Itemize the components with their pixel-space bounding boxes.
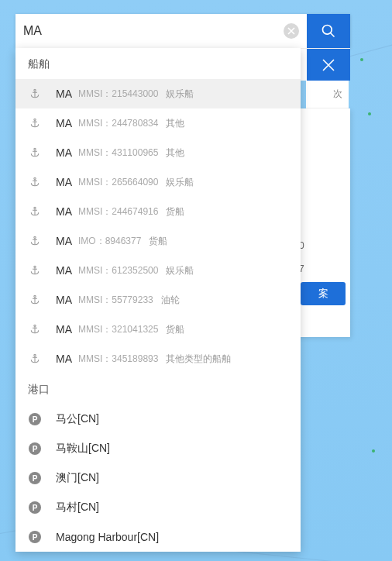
svg-point-2	[34, 89, 36, 91]
ship-icon	[29, 324, 40, 335]
port-result-row[interactable]: P 澳门[CN]	[15, 463, 301, 493]
result-id-label: MMSI：	[78, 146, 112, 160]
result-name: MA	[56, 146, 72, 159]
svg-point-20	[34, 266, 36, 267]
ship-icon	[29, 294, 40, 305]
search-button[interactable]	[307, 14, 350, 48]
ship-icon	[29, 147, 40, 158]
result-type: 其他	[166, 117, 184, 130]
autocomplete-dropdown: 船舶 MA MMSI： 215443000 娱乐船 MA MMSI： 24478…	[15, 48, 301, 552]
ship-icon	[29, 236, 40, 246]
close-icon	[322, 58, 335, 72]
result-port-name: 澳门[CN]	[56, 471, 99, 485]
result-type: 其他	[166, 146, 184, 160]
result-id-number: 8946377	[105, 236, 142, 246]
ship-result-row[interactable]: MA MMSI： 612352500 娱乐船	[15, 256, 301, 285]
port-result-row[interactable]: P Magong Harbour[CN]	[15, 522, 301, 552]
search-row	[15, 14, 350, 48]
search-icon	[321, 23, 336, 39]
ship-result-row[interactable]: MA MMSI： 55779233 油轮	[15, 285, 301, 315]
result-id-label: MMSI：	[78, 117, 112, 130]
result-name: MA	[56, 323, 72, 336]
result-port-name: Magong Harbour[CN]	[56, 531, 159, 543]
svg-point-26	[34, 325, 36, 326]
result-id-number: 244674916	[112, 206, 158, 217]
search-input[interactable]	[23, 24, 284, 38]
ship-icon	[29, 88, 40, 99]
result-name: MA	[56, 235, 72, 247]
result-type: 娱乐船	[166, 264, 194, 277]
result-id-label: MMSI：	[78, 88, 112, 101]
result-id-label: MMSI：	[78, 264, 112, 277]
ship-result-row[interactable]: MA MMSI： 431100965 其他	[15, 138, 301, 167]
port-icon: P	[29, 413, 41, 425]
result-type: 其他类型的船舶	[166, 353, 231, 366]
svg-point-17	[34, 236, 36, 238]
svg-point-11	[34, 177, 36, 179]
svg-point-14	[34, 207, 36, 208]
ship-icon	[29, 353, 40, 364]
result-port-name: 马村[CN]	[56, 501, 99, 515]
ship-icon	[29, 265, 40, 276]
result-id-label: IMO：	[78, 235, 105, 248]
result-id-label: MMSI：	[78, 353, 112, 366]
result-id-label: MMSI：	[78, 323, 112, 336]
ship-icon	[29, 118, 40, 129]
search-input-wrap	[15, 14, 307, 48]
result-id-label: MMSI：	[78, 205, 112, 219]
ship-result-row[interactable]: MA MMSI： 244780834 其他	[15, 108, 301, 138]
ship-result-row[interactable]: MA MMSI： 244674916 货船	[15, 197, 301, 226]
svg-point-5	[34, 119, 36, 120]
result-id-label: MMSI：	[78, 294, 112, 307]
result-type: 货船	[166, 205, 184, 219]
svg-line-1	[331, 33, 335, 37]
group-header-ships: 船舶	[15, 48, 301, 79]
result-id-number: 321041325	[112, 324, 158, 335]
port-icon: P	[29, 531, 41, 543]
result-name: MA	[56, 205, 72, 218]
behind-action-button[interactable]: 案	[301, 282, 346, 305]
port-result-row[interactable]: P 马村[CN]	[15, 493, 301, 522]
result-port-name: 马公[CN]	[56, 412, 99, 426]
result-id-number: 431100965	[112, 147, 158, 158]
result-name: MA	[56, 117, 72, 129]
result-name: MA	[56, 176, 72, 188]
result-type: 油轮	[161, 294, 180, 307]
close-panel-button[interactable]	[307, 49, 350, 81]
port-icon: P	[29, 472, 41, 484]
port-icon: P	[29, 501, 41, 514]
svg-point-8	[34, 148, 36, 150]
result-type: 娱乐船	[166, 88, 194, 101]
result-id-number: 55779233	[112, 294, 153, 305]
result-id-number: 215443000	[112, 88, 158, 99]
ship-result-row[interactable]: MA MMSI： 345189893 其他类型的船舶	[15, 344, 301, 373]
group-header-ports: 港口	[15, 373, 301, 404]
ship-result-row[interactable]: MA MMSI： 215443000 娱乐船	[15, 79, 301, 108]
ship-result-row[interactable]: MA MMSI： 265664090 娱乐船	[15, 167, 301, 197]
result-name: MA	[56, 264, 72, 277]
ship-result-row[interactable]: MA IMO： 8946377 货船	[15, 226, 301, 256]
result-type: 货船	[166, 323, 184, 336]
port-result-row[interactable]: P 马鞍山[CN]	[15, 434, 301, 463]
port-result-row[interactable]: P 马公[CN]	[15, 404, 301, 434]
result-id-number: 345189893	[112, 353, 158, 364]
result-id-number: 265664090	[112, 177, 158, 188]
ship-icon	[29, 177, 40, 188]
clear-search-button[interactable]	[284, 23, 299, 39]
result-type: 货船	[149, 235, 167, 248]
svg-point-0	[323, 26, 332, 35]
svg-point-29	[34, 354, 36, 356]
result-name: MA	[56, 88, 72, 100]
result-port-name: 马鞍山[CN]	[56, 442, 110, 456]
ship-icon	[29, 206, 40, 217]
result-type: 娱乐船	[166, 176, 194, 189]
result-id-number: 612352500	[112, 265, 158, 276]
result-name: MA	[56, 294, 72, 306]
ship-result-row[interactable]: MA MMSI： 321041325 货船	[15, 315, 301, 344]
svg-point-23	[34, 295, 36, 297]
result-name: MA	[56, 353, 72, 365]
port-icon: P	[29, 442, 41, 455]
result-id-label: MMSI：	[78, 176, 112, 189]
close-icon	[287, 27, 295, 35]
result-id-number: 244780834	[112, 118, 158, 129]
